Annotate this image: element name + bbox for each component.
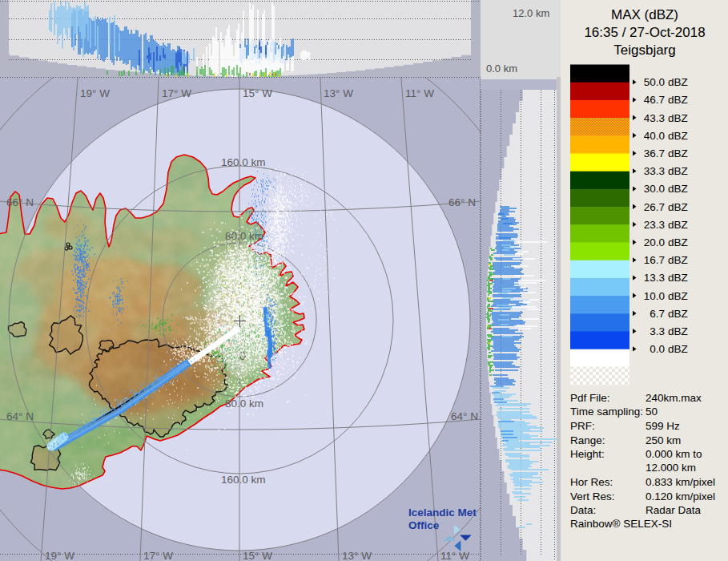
svg-text:80.0 km: 80.0 km bbox=[225, 398, 263, 410]
svg-text:15° W: 15° W bbox=[243, 87, 272, 99]
svg-text:dBZ: dBZ bbox=[668, 112, 688, 124]
svg-text:Data:: Data: bbox=[570, 504, 596, 516]
svg-text:Radar Data: Radar Data bbox=[646, 504, 702, 516]
svg-text:3.3: 3.3 bbox=[650, 325, 665, 337]
svg-text:Icelandic Met: Icelandic Met bbox=[408, 507, 477, 519]
svg-text:dBZ: dBZ bbox=[668, 147, 688, 159]
svg-text:dBZ: dBZ bbox=[668, 272, 688, 284]
svg-text:16:35 / 27-Oct-2018: 16:35 / 27-Oct-2018 bbox=[584, 25, 705, 40]
svg-text:11° W: 11° W bbox=[440, 550, 469, 561]
svg-text:15° W: 15° W bbox=[243, 550, 272, 561]
svg-text:19° W: 19° W bbox=[45, 550, 74, 561]
svg-text:17° W: 17° W bbox=[162, 87, 191, 99]
svg-text:Pdf File:: Pdf File: bbox=[570, 392, 610, 404]
svg-text:12.000 km: 12.000 km bbox=[646, 462, 696, 474]
svg-text:dBZ: dBZ bbox=[668, 130, 688, 142]
svg-text:46.7: 46.7 bbox=[644, 94, 665, 106]
svg-text:dBZ: dBZ bbox=[668, 308, 688, 320]
svg-text:PRF:: PRF: bbox=[570, 420, 595, 432]
svg-text:160.0 km: 160.0 km bbox=[221, 474, 266, 486]
svg-text:30.0: 30.0 bbox=[644, 183, 665, 195]
svg-text:12.0 km: 12.0 km bbox=[513, 7, 549, 19]
svg-text:33.3: 33.3 bbox=[644, 165, 665, 177]
svg-text:250 km: 250 km bbox=[646, 434, 681, 446]
svg-text:Vert Res:: Vert Res: bbox=[570, 490, 615, 502]
svg-text:Rainbow® SELEX-SI: Rainbow® SELEX-SI bbox=[570, 518, 672, 530]
svg-text:0.120 km/pixel: 0.120 km/pixel bbox=[646, 490, 715, 502]
svg-text:13.3: 13.3 bbox=[644, 272, 665, 284]
svg-text:240km.max: 240km.max bbox=[646, 392, 702, 404]
svg-text:dBZ: dBZ bbox=[668, 254, 688, 266]
svg-text:36.7: 36.7 bbox=[644, 147, 665, 159]
svg-text:13° W: 13° W bbox=[342, 550, 372, 561]
svg-text:20.0: 20.0 bbox=[644, 236, 665, 248]
svg-text:64° N: 64° N bbox=[6, 410, 34, 422]
svg-text:Office: Office bbox=[408, 519, 440, 531]
svg-text:Hor Res:: Hor Res: bbox=[570, 476, 613, 488]
svg-text:160.0 km: 160.0 km bbox=[221, 156, 266, 168]
svg-text:10.0: 10.0 bbox=[644, 290, 665, 302]
svg-text:dBZ: dBZ bbox=[668, 325, 688, 337]
svg-text:dBZ: dBZ bbox=[668, 165, 688, 177]
svg-text:50.0: 50.0 bbox=[644, 76, 665, 88]
svg-text:dBZ: dBZ bbox=[668, 219, 688, 231]
svg-text:dBZ: dBZ bbox=[668, 343, 688, 355]
svg-text:66° N: 66° N bbox=[448, 196, 476, 208]
svg-text:13° W: 13° W bbox=[324, 87, 353, 99]
svg-text:64° N: 64° N bbox=[451, 410, 478, 422]
svg-text:0.0: 0.0 bbox=[650, 343, 665, 355]
svg-text:0.833 km/pixel: 0.833 km/pixel bbox=[646, 476, 715, 488]
svg-text:50: 50 bbox=[646, 406, 658, 418]
svg-text:43.3: 43.3 bbox=[644, 112, 665, 124]
svg-text:0.000 km to: 0.000 km to bbox=[646, 448, 702, 460]
svg-text:Teigsbjarg: Teigsbjarg bbox=[613, 42, 676, 58]
svg-text:Range:: Range: bbox=[570, 434, 605, 446]
svg-text:dBZ: dBZ bbox=[668, 201, 688, 213]
svg-text:dBZ: dBZ bbox=[668, 290, 688, 302]
svg-text:Height:: Height: bbox=[570, 448, 605, 460]
svg-text:19° W: 19° W bbox=[80, 87, 110, 99]
svg-text:dBZ: dBZ bbox=[668, 183, 688, 195]
svg-text:26.7: 26.7 bbox=[644, 201, 665, 213]
svg-text:80.0 km: 80.0 km bbox=[225, 230, 263, 242]
svg-text:6.7: 6.7 bbox=[650, 308, 665, 320]
svg-text:11° W: 11° W bbox=[405, 87, 434, 99]
svg-text:40.0: 40.0 bbox=[644, 130, 665, 142]
svg-text:Time sampling:: Time sampling: bbox=[570, 406, 643, 418]
svg-text:MAX (dBZ): MAX (dBZ) bbox=[611, 7, 678, 22]
svg-text:dBZ: dBZ bbox=[668, 236, 688, 248]
svg-text:dBZ: dBZ bbox=[668, 94, 688, 106]
svg-text:dBZ: dBZ bbox=[668, 76, 688, 88]
svg-text:16.7: 16.7 bbox=[644, 254, 665, 266]
svg-text:17° W: 17° W bbox=[143, 550, 173, 561]
svg-text:23.3: 23.3 bbox=[644, 219, 665, 231]
svg-text:0.0 km: 0.0 km bbox=[486, 63, 517, 75]
svg-text:599 Hz: 599 Hz bbox=[646, 420, 680, 432]
svg-text:66° N: 66° N bbox=[6, 196, 34, 208]
